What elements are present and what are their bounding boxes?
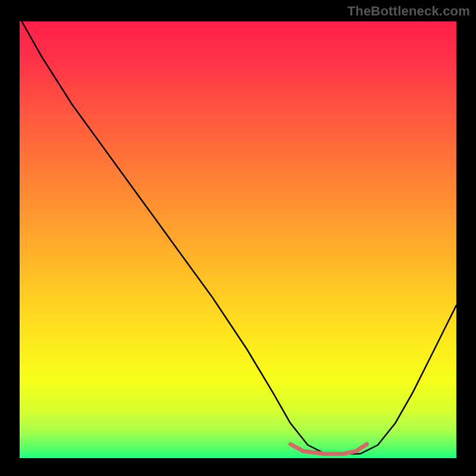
plot-background: [20, 21, 456, 458]
chart-container: TheBottleneck.com: [0, 0, 476, 476]
bottleneck-chart: [0, 0, 476, 476]
watermark-label: TheBottleneck.com: [347, 4, 470, 19]
